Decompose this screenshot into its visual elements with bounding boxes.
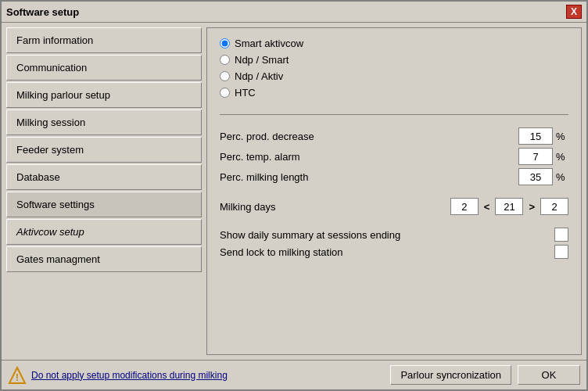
sidebar-item-gates-managment[interactable]: Gates managment (6, 246, 202, 272)
radio-ndp-smart[interactable] (220, 55, 230, 65)
warning-text[interactable]: Do not apply setup modifications during … (31, 370, 228, 381)
field-input-perc-temp-alarm[interactable] (518, 148, 553, 165)
sidebar-item-communication[interactable]: Communication (6, 55, 202, 81)
form-fields: Perc. prod. decrease%Perc. temp. alarm%P… (220, 124, 568, 188)
sidebar-item-database[interactable]: Database (6, 164, 202, 190)
title-bar: Software setup X (2, 2, 586, 23)
content-area: Farm informationCommunicationMilking par… (2, 23, 586, 360)
sidebar-item-software-settings[interactable]: Software settings (6, 192, 202, 217)
milking-days-center-input[interactable] (495, 198, 523, 215)
sidebar: Farm informationCommunicationMilking par… (6, 27, 202, 355)
field-row-perc-temp-alarm: Perc. temp. alarm% (220, 148, 568, 165)
field-label-perc-prod-decrease: Perc. prod. decrease (220, 131, 518, 142)
parlour-sync-button[interactable]: Parlour syncronization (390, 365, 511, 385)
milking-days-right-input[interactable] (540, 198, 568, 215)
sidebar-item-feeder-system[interactable]: Feeder system (6, 137, 202, 163)
close-button[interactable]: X (566, 5, 582, 19)
sidebar-item-farm-information[interactable]: Farm information (6, 27, 202, 53)
milking-days-left-input[interactable] (450, 198, 479, 215)
radio-label-smart-aktivcow: Smart aktivcow (235, 38, 303, 49)
milking-days-row: Milking days < > (220, 198, 568, 215)
radio-smart-aktivcow[interactable] (220, 38, 230, 48)
checkbox-label-send-lock: Send lock to milking station (220, 246, 554, 258)
radio-label-ndp-aktiv: Ndp / Aktiv (235, 70, 283, 82)
checkbox-label-show-daily-summary: Show daily summary at sessions ending (220, 229, 554, 241)
milking-days-right-op: > (526, 201, 537, 213)
field-row-perc-milking-length: Perc. milking length% (220, 168, 568, 185)
software-setup-window: Software setup X Farm informationCommuni… (0, 0, 588, 391)
sidebar-item-milking-session[interactable]: Milking session (6, 109, 202, 135)
checkbox-show-daily-summary[interactable] (554, 228, 568, 242)
field-unit-perc-temp-alarm: % (556, 151, 568, 163)
field-label-perc-milking-length: Perc. milking length (220, 171, 518, 183)
radio-label-htc: HTC (235, 87, 256, 99)
radio-ndp-aktiv[interactable] (220, 71, 230, 81)
divider (220, 114, 568, 115)
radio-item-smart-aktivcow[interactable]: Smart aktivcow (220, 38, 568, 49)
main-panel: Smart aktivcowNdp / SmartNdp / AktivHTC … (206, 27, 582, 355)
radio-item-ndp-aktiv[interactable]: Ndp / Aktiv (220, 70, 568, 82)
field-row-perc-prod-decrease: Perc. prod. decrease% (220, 127, 568, 145)
radio-htc[interactable] (220, 88, 230, 98)
warning-icon: ! (8, 366, 27, 385)
checkbox-row-send-lock: Send lock to milking station (220, 245, 568, 259)
software-type-radio-group: Smart aktivcowNdp / SmartNdp / AktivHTC (220, 38, 568, 99)
checkbox-fields: Show daily summary at sessions endingSen… (220, 224, 568, 262)
bottom-bar: ! Do not apply setup modifications durin… (2, 360, 586, 389)
milking-days-label: Milking days (220, 201, 447, 213)
radio-item-ndp-smart[interactable]: Ndp / Smart (220, 54, 568, 66)
field-label-perc-temp-alarm: Perc. temp. alarm (220, 151, 518, 163)
field-unit-perc-milking-length: % (556, 171, 568, 183)
field-input-perc-prod-decrease[interactable] (518, 127, 553, 145)
field-unit-perc-prod-decrease: % (556, 131, 568, 142)
ok-button[interactable]: OK (518, 365, 580, 385)
radio-label-ndp-smart: Ndp / Smart (235, 54, 289, 66)
checkbox-row-show-daily-summary: Show daily summary at sessions ending (220, 228, 568, 242)
milking-days-left-op: < (482, 201, 493, 213)
sidebar-item-milking-parlour-setup[interactable]: Milking parlour setup (6, 82, 202, 108)
warning-area: ! Do not apply setup modifications durin… (8, 366, 384, 385)
window-title: Software setup (6, 6, 79, 18)
checkbox-send-lock[interactable] (554, 245, 568, 259)
svg-text:!: ! (16, 371, 19, 383)
sidebar-item-aktivcow-setup[interactable]: Aktivcow setup (6, 219, 202, 245)
field-input-perc-milking-length[interactable] (518, 168, 553, 185)
radio-item-htc[interactable]: HTC (220, 87, 568, 99)
